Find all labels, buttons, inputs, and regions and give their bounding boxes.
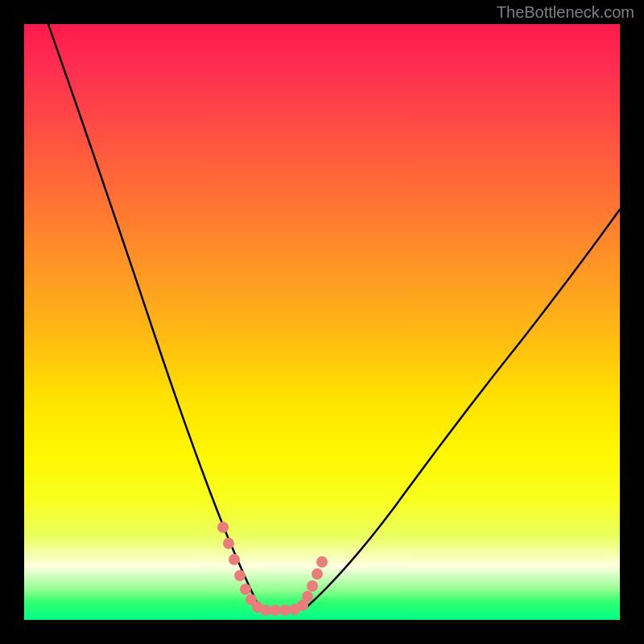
watermark-text: TheBottleneck.com (497, 3, 634, 22)
svg-point-8 (270, 605, 281, 616)
svg-point-1 (223, 538, 234, 549)
svg-point-2 (229, 554, 240, 565)
left-curve (48, 24, 258, 604)
svg-point-15 (316, 556, 328, 568)
svg-point-0 (217, 522, 229, 533)
svg-point-7 (260, 605, 271, 616)
svg-point-14 (312, 568, 323, 580)
svg-point-4 (240, 584, 251, 595)
svg-point-13 (307, 580, 318, 592)
chart-plot-area (24, 24, 620, 620)
svg-point-12 (302, 591, 313, 602)
right-curve (306, 209, 620, 608)
svg-point-9 (279, 605, 291, 616)
chart-curves-svg (24, 24, 620, 620)
svg-point-3 (234, 570, 246, 581)
